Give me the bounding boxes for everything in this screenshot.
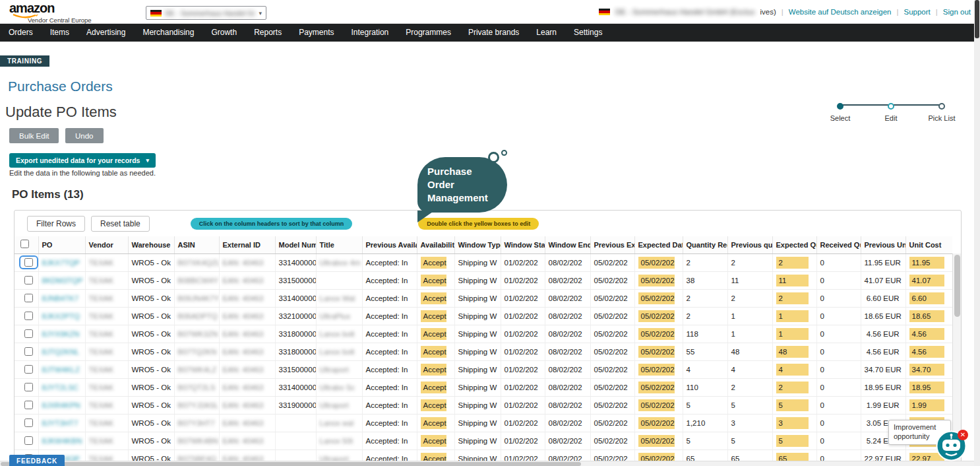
feedback-button[interactable]: FEEDBACK — [9, 455, 65, 466]
availability-editable-cell[interactable]: Accepted: In — [421, 328, 446, 340]
availability-editable-cell[interactable]: Accepted: In — [421, 364, 446, 376]
support-link[interactable]: Support — [904, 8, 931, 16]
row-checkbox[interactable] — [24, 436, 33, 445]
availability-editable-cell[interactable]: Accepted: In — [421, 292, 446, 304]
expected-date-editable-cell[interactable]: 05/02/202 — [638, 417, 675, 429]
nav-item-integration[interactable]: Integration — [343, 24, 398, 42]
export-unedited-data-button[interactable]: Export unedited data for your records ▾ — [9, 153, 156, 168]
col-header-asin[interactable]: ASIN — [174, 236, 219, 253]
po-link[interactable]: 8JXR4KPN — [42, 401, 80, 409]
filter-rows-button[interactable]: Filter Rows — [27, 216, 85, 232]
unit-cost-editable-cell[interactable]: 1.99 — [909, 399, 945, 411]
availability-editable-cell[interactable]: Accepted: In — [421, 257, 446, 269]
expected-quantity-editable-cell[interactable]: 1 — [776, 310, 809, 322]
expected-date-editable-cell[interactable]: 05/02/202 — [638, 399, 675, 411]
amazon-logo[interactable]: amazon Vendor Central Europe — [9, 2, 92, 24]
nav-item-private-brands[interactable]: Private brands — [460, 24, 528, 42]
row-checkbox[interactable] — [24, 365, 33, 374]
col-header-received-quantity[interactable]: Received Quantity — [816, 236, 861, 253]
reset-table-button[interactable]: Reset table — [91, 216, 150, 232]
unit-cost-editable-cell[interactable]: 11.95 — [909, 257, 945, 269]
col-header-title[interactable]: Title — [316, 236, 362, 253]
expected-date-editable-cell[interactable]: 05/02/202 — [638, 310, 675, 322]
expected-date-editable-cell[interactable]: 05/02/202 — [638, 292, 675, 304]
nav-item-learn[interactable]: Learn — [528, 24, 565, 42]
col-header-window-type[interactable]: Window Type — [454, 236, 501, 253]
col-header-expected-quantity[interactable]: Expected Quantity — [772, 236, 816, 253]
availability-editable-cell[interactable]: Accepted: In — [421, 382, 446, 393]
row-checkbox[interactable] — [24, 312, 33, 320]
col-header-unit-cost[interactable]: Unit Cost — [905, 236, 952, 253]
availability-editable-cell[interactable]: Accepted: In — [421, 275, 446, 286]
po-link[interactable]: 8JNB4TK7 — [42, 294, 79, 302]
expected-quantity-editable-cell[interactable]: 1 — [776, 328, 809, 340]
horizontal-scrollbar[interactable] — [0, 461, 980, 466]
nav-item-reports[interactable]: Reports — [245, 24, 290, 42]
expected-quantity-editable-cell[interactable]: 48 — [776, 346, 809, 358]
po-link[interactable]: 8JKW4KBN — [42, 437, 82, 445]
select-all-checkbox[interactable] — [20, 240, 29, 248]
row-checkbox[interactable] — [24, 401, 33, 409]
nav-item-programmes[interactable]: Programmes — [397, 24, 460, 42]
col-header-window-end[interactable]: Window End — [545, 236, 590, 253]
col-header-external-id[interactable]: External ID — [219, 236, 275, 253]
expected-quantity-editable-cell[interactable]: 2 — [776, 382, 809, 393]
unit-cost-editable-cell[interactable]: 4.56 — [909, 328, 945, 340]
po-link[interactable]: 8JTW4KLZ — [42, 366, 80, 374]
col-header-previous-unit-cost[interactable]: Previous Unit Cost — [861, 236, 905, 253]
window-vertical-scrollbar[interactable] — [974, 0, 980, 466]
nav-item-settings[interactable]: Settings — [565, 24, 611, 42]
unit-cost-editable-cell[interactable]: 41.07 — [909, 275, 945, 286]
chevron-down-icon[interactable]: ⌄ — [40, 56, 45, 63]
po-link[interactable]: 8JYT2LSC — [42, 383, 79, 391]
po-link[interactable]: 8JKX2PTQ — [42, 312, 80, 320]
col-header-previous-availability[interactable]: Previous Availability — [362, 236, 417, 253]
expected-date-editable-cell[interactable]: 05/02/202 — [638, 346, 675, 358]
close-icon[interactable]: ✕ — [958, 430, 968, 440]
nav-item-merchandising[interactable]: Merchandising — [134, 24, 202, 42]
account-selector[interactable]: DE - Sommerhaus Handel GmbH (B ▾ — [146, 6, 266, 20]
unit-cost-editable-cell[interactable]: 18.95 — [909, 382, 945, 393]
availability-editable-cell[interactable]: Accepted: In — [421, 346, 446, 358]
col-header-expected-date[interactable]: Expected Date — [634, 236, 683, 253]
nav-item-growth[interactable]: Growth — [202, 24, 245, 42]
row-checkbox[interactable] — [24, 383, 33, 391]
col-header-quantity-requested[interactable]: Quantity Requested — [683, 236, 727, 253]
unit-cost-editable-cell[interactable]: 4.56 — [909, 346, 945, 358]
unit-cost-editable-cell[interactable]: 6.60 — [909, 292, 945, 304]
expected-quantity-editable-cell[interactable]: 2 — [776, 292, 809, 304]
language-toggle-link[interactable]: Website auf Deutsch anzeigen — [789, 8, 892, 16]
unit-cost-editable-cell[interactable]: 34.70 — [909, 364, 945, 376]
col-header-warehouse[interactable]: Warehouse — [128, 236, 174, 253]
availability-editable-cell[interactable]: Accepted: In — [421, 310, 446, 322]
row-checkbox[interactable] — [24, 258, 33, 267]
row-checkbox[interactable] — [24, 276, 33, 284]
nav-item-payments[interactable]: Payments — [290, 24, 342, 42]
col-header-availability[interactable]: Availability — [417, 236, 454, 253]
bulk-edit-button[interactable]: Bulk Edit — [9, 128, 59, 143]
row-checkbox[interactable] — [24, 294, 33, 302]
sign-out-link[interactable]: Sign out — [943, 8, 971, 16]
availability-editable-cell[interactable]: Accepted: In — [421, 417, 446, 429]
po-link[interactable]: 8JYX9KZN — [42, 330, 80, 338]
expected-quantity-editable-cell[interactable]: 5 — [776, 399, 809, 411]
col-header-previous-expected[interactable]: Previous Expected — [590, 236, 634, 253]
expected-date-editable-cell[interactable]: 05/02/202 — [638, 364, 675, 376]
undo-button[interactable]: Undo — [65, 128, 104, 143]
expected-date-editable-cell[interactable]: 05/02/202 — [638, 257, 675, 269]
row-checkbox[interactable] — [24, 347, 33, 356]
row-checkbox[interactable] — [24, 418, 33, 427]
scrollbar-thumb[interactable] — [954, 255, 960, 317]
po-link[interactable]: 8KDM3TQP — [42, 277, 83, 284]
expected-date-editable-cell[interactable]: 05/02/202 — [638, 435, 675, 447]
nav-item-orders[interactable]: Orders — [0, 24, 42, 42]
po-link[interactable]: 8JKX7TQP — [42, 259, 80, 267]
col-header-previous-quantity[interactable]: Previous quantity — [727, 236, 772, 253]
col-header-vendor[interactable]: Vendor — [85, 236, 128, 253]
nav-item-items[interactable]: Items — [42, 24, 78, 42]
po-link[interactable]: 8JTQ2KNL — [42, 348, 80, 356]
po-link[interactable]: 8JYT3HT7 — [42, 419, 78, 427]
col-header-window-start[interactable]: Window Start — [501, 236, 545, 253]
unit-cost-editable-cell[interactable]: 18.65 — [909, 310, 945, 322]
expected-date-editable-cell[interactable]: 05/02/202 — [638, 328, 675, 340]
